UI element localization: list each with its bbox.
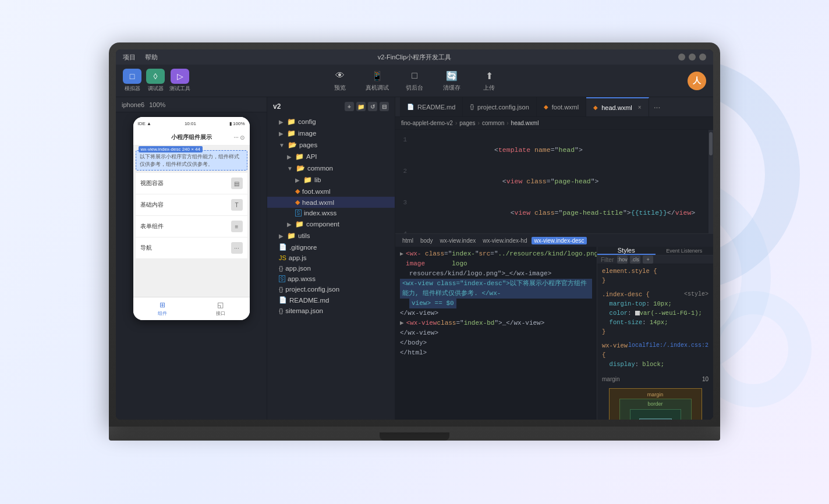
tree-label-config: config xyxy=(298,118,316,125)
tree-item-common[interactable]: ▼ 📂 common xyxy=(267,162,395,174)
box-model-container: margin 10 margin xyxy=(597,371,713,420)
tree-item-gitignore[interactable]: 📄 .gitignore xyxy=(267,242,395,253)
phone-nav-1[interactable]: ◱ 接口 xyxy=(192,297,250,320)
css-rule-element-style: element.style { } xyxy=(597,264,713,288)
tree-label-readme: README.md xyxy=(289,297,329,304)
toolbar-upload[interactable]: ⬆ 上传 xyxy=(476,69,502,92)
tree-label-app-js: app.js xyxy=(289,254,307,261)
breadcrumb-html[interactable]: html xyxy=(400,237,416,244)
sitemap-icon: {} xyxy=(279,307,283,314)
toolbar-simulate-btn[interactable]: □ 模拟器 xyxy=(123,69,141,93)
tree-item-component[interactable]: ▶ 📁 component xyxy=(267,218,395,230)
list-item-2[interactable]: 表单组件 ≡ xyxy=(136,216,247,237)
realtime-debug-icon: 📱 xyxy=(371,69,384,82)
arrow-common: ▼ xyxy=(287,165,293,172)
breadcrumb-sep-0: › xyxy=(455,120,457,126)
filter-cls-btn[interactable]: .cls xyxy=(630,255,640,264)
tree-item-project-config[interactable]: {} project.config.json xyxy=(267,284,395,294)
tree-new-folder[interactable]: 📁 xyxy=(356,102,366,111)
tree-item-head-wxml[interactable]: ◆ head.wxml xyxy=(267,197,395,208)
filter-add-btn[interactable]: + xyxy=(643,255,653,264)
tree-item-index-wxss[interactable]: 🅂 index.wxss xyxy=(267,208,395,218)
list-label-0: 视图容器 xyxy=(140,179,164,187)
tree-new-file[interactable]: + xyxy=(345,102,354,111)
list-item-1[interactable]: 基础内容 T xyxy=(136,194,247,216)
sim-zoom: 100% xyxy=(149,101,165,108)
list-item-0[interactable]: 视图容器 ▤ xyxy=(136,173,247,194)
breadcrumb-wx-index-hd[interactable]: wx-view.index-hd xyxy=(480,237,529,244)
filter-hover-btn[interactable]: :hov xyxy=(617,255,628,264)
menu-help[interactable]: 帮助 xyxy=(145,53,158,62)
tree-item-app-wxss[interactable]: 🅂 app.wxss xyxy=(267,274,395,284)
window-minimize[interactable] xyxy=(678,54,685,61)
readme-icon: 📄 xyxy=(279,296,287,304)
phone-nav-icon-1: ◱ xyxy=(217,301,224,309)
user-avatar[interactable]: 人 xyxy=(688,72,706,90)
tab-readme[interactable]: 📄 README.md xyxy=(400,97,463,116)
project-config-tab-icon: {} xyxy=(470,104,474,110)
tab-head-close[interactable]: × xyxy=(638,104,642,111)
tree-label-app-json: app.json xyxy=(285,265,310,272)
folder-icon-pages: 📂 xyxy=(288,141,297,149)
tree-item-pages[interactable]: ▼ 📂 pages xyxy=(267,139,395,151)
tree-item-readme[interactable]: 📄 README.md xyxy=(267,294,395,306)
main-area: iphone6 100% IDE ▲ 10:01 ▮ 100% xyxy=(116,97,713,420)
styles-tab-styles[interactable]: Styles xyxy=(597,247,656,255)
readme-tab-icon: 📄 xyxy=(407,104,414,110)
toolbar-test-btn[interactable]: ▷ 测试工具 xyxy=(169,69,190,93)
tree-item-app-json[interactable]: {} app.json xyxy=(267,263,395,274)
styles-tab-events[interactable]: Event Listeners xyxy=(656,247,714,255)
tree-item-app-js[interactable]: JS app.js xyxy=(267,253,395,263)
menu-project[interactable]: 项目 xyxy=(123,53,136,62)
window-close[interactable] xyxy=(699,54,706,61)
tab-foot-wxml[interactable]: ◆ foot.wxml xyxy=(537,97,586,116)
tree-item-utils[interactable]: ▶ 📁 utils xyxy=(267,230,395,242)
test-label: 测试工具 xyxy=(169,85,190,93)
clear-cache-icon: 🔄 xyxy=(445,69,458,82)
list-label-2: 表单组件 xyxy=(140,222,164,230)
tree-item-sitemap[interactable]: {} sitemap.json xyxy=(267,306,395,316)
simulator-panel: iphone6 100% IDE ▲ 10:01 ▮ 100% xyxy=(116,97,267,420)
code-scrollbar[interactable] xyxy=(708,130,713,233)
tab-head-wxml[interactable]: ◆ head.wxml × xyxy=(586,97,649,116)
code-line-3: 3 <view class="page-head-title">{{title}… xyxy=(395,197,713,229)
code-line-4: 4 <view class="page-head-line"></view> xyxy=(395,229,713,233)
arrow-lib: ▶ xyxy=(295,177,300,183)
styles-tabs: Styles Event Listeners xyxy=(597,247,713,255)
dom-breadcrumb: html body wx-view.index wx-view.index-hd… xyxy=(395,234,713,247)
phone-highlight-label: wx-view.index-desc 240 × 44 xyxy=(139,146,203,152)
tree-refresh[interactable]: ↺ xyxy=(368,102,377,111)
tree-label-pages: pages xyxy=(299,141,317,148)
line-num-1: 1 xyxy=(395,134,414,145)
list-item-3[interactable]: 导航 ··· xyxy=(136,237,247,259)
tree-item-lib[interactable]: ▶ 📁 lib xyxy=(267,174,395,186)
list-label-1: 基础内容 xyxy=(140,201,164,209)
tree-item-config[interactable]: ▶ 📁 config xyxy=(267,116,395,127)
phone-nav-label-0: 组件 xyxy=(158,310,167,317)
tree-collapse[interactable]: ⊟ xyxy=(380,102,389,111)
folder-icon-common: 📂 xyxy=(296,164,305,172)
breadcrumb-wx-index-desc[interactable]: wx-view.index-desc xyxy=(532,237,586,244)
window-maximize[interactable] xyxy=(689,54,696,61)
toolbar-cut[interactable]: □ 切后台 xyxy=(402,69,427,92)
breadcrumb-bar: fino-applet-demo-v2 › pages › common › h… xyxy=(395,117,713,130)
expand-arrow-0: ▶ xyxy=(400,249,403,259)
tree-item-image[interactable]: ▶ 📁 image xyxy=(267,127,395,139)
breadcrumb-wx-index[interactable]: wx-view.index xyxy=(438,237,479,244)
toolbar-debug-btn[interactable]: ◊ 调试器 xyxy=(146,69,165,93)
toolbar-clear-cache[interactable]: 🔄 清缓存 xyxy=(439,69,465,92)
file-tree: v2 + 📁 ↺ ⊟ ▶ 📁 config xyxy=(267,97,395,420)
toolbar-realtime-debug[interactable]: 📱 真机调试 xyxy=(364,69,390,92)
tab-project-config[interactable]: {} project.config.json xyxy=(463,97,536,116)
folder-icon-lib: 📁 xyxy=(303,176,312,184)
breadcrumb-body[interactable]: body xyxy=(418,237,435,244)
toolbar-preview[interactable]: 👁 预览 xyxy=(327,69,353,92)
tab-more[interactable]: ··· xyxy=(649,97,665,116)
tree-item-foot-wxml[interactable]: ◆ foot.wxml xyxy=(267,186,395,197)
sim-device: iphone6 xyxy=(122,101,144,108)
tree-item-api[interactable]: ▶ 📁 API xyxy=(267,151,395,162)
phone-nav-0[interactable]: ⊞ 组件 xyxy=(133,297,192,320)
arrow-image: ▶ xyxy=(279,130,284,137)
sim-phone: IDE ▲ 10:01 ▮ 100% 小程序组件展示 ··· ⊙ xyxy=(116,112,267,420)
phone-bottom-nav: ⊞ 组件 ◱ 接口 xyxy=(133,297,250,320)
